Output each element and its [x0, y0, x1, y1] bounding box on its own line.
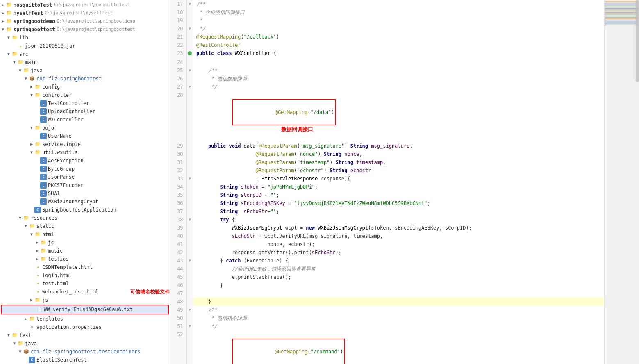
folder-static[interactable]: ▼ 📁 static [0, 222, 170, 230]
folder-java[interactable]: ▼ 📁 java [0, 66, 170, 75]
file-csdntemplate[interactable]: 🔸 CSDNTemplate.html [0, 263, 170, 271]
folder-service[interactable]: ▶ 📁 service.imple [0, 140, 170, 148]
project-myselftest[interactable]: ▶ 📁 myselfTest C:\javaproject\myselfTest [0, 9, 170, 17]
fold-gutter [186, 265, 193, 273]
folder-main[interactable]: ▼ 📁 main [0, 58, 170, 66]
file-login[interactable]: 🔸 login.html [0, 271, 170, 280]
folder-pojo[interactable]: ▼ 📁 pojo [0, 124, 170, 132]
collapse-arrow[interactable]: ▶ [29, 296, 34, 304]
fold-gutter[interactable]: ▼ [186, 216, 193, 224]
collapse-arrow[interactable]: ▼ [29, 91, 34, 99]
file-testcontroller[interactable]: C TestController [0, 99, 170, 107]
collapse-arrow[interactable]: ▶ [34, 247, 40, 255]
code-line-31: 31 @RequestParam("timestamp") String tim… [170, 158, 604, 166]
fold-gutter[interactable]: ▼ [186, 83, 193, 91]
fold-gutter[interactable]: ▼ [186, 322, 193, 330]
folder-icon: 📁 [17, 340, 24, 347]
file-uploadcontroller[interactable]: C UploadController [0, 107, 170, 116]
folder-music[interactable]: ▶ 📁 music [0, 247, 170, 255]
collapse-arrow[interactable]: ▼ [11, 340, 17, 347]
file-username[interactable]: C UserName [0, 132, 170, 140]
fold-gutter[interactable]: ▼ [186, 257, 193, 265]
collapse-arrow[interactable]: ▼ [6, 34, 11, 41]
collapse-arrow[interactable]: ▼ [6, 332, 11, 339]
folder-testios[interactable]: ▶ 📁 testios [0, 255, 170, 263]
collapse-arrow[interactable]: ▼ [17, 67, 23, 74]
fold-gutter [186, 273, 193, 281]
file-pkcs7[interactable]: C PKCS7Encoder [0, 181, 170, 189]
file-bytegroup[interactable]: C ByteGroup [0, 165, 170, 173]
code-table: 17 ▼ /** 18 * 企业微信回调接口 19 * [170, 0, 604, 364]
fold-gutter[interactable]: ▼ [186, 25, 193, 33]
collapse-arrow[interactable]: ▶ [0, 1, 6, 9]
line-content: WXBizJsonMsgCrypt wcpt = new WXBizJsonMs… [193, 224, 604, 232]
collapse-arrow[interactable]: ▼ [23, 223, 29, 230]
file-application-props[interactable]: ⚙ application.properties [0, 323, 170, 331]
folder-src[interactable]: ▼ 📁 src [0, 50, 170, 58]
folder-icon: 📁 [40, 248, 47, 254]
code-line-19: 19 * [170, 16, 604, 25]
line-number: 21 [170, 33, 186, 41]
folder-js-html[interactable]: ▶ 📁 js [0, 239, 170, 247]
collapse-arrow[interactable]: ▼ [17, 214, 23, 222]
folder-controller[interactable]: ▼ 📁 controller [0, 91, 170, 99]
folder-label: java [25, 340, 37, 347]
folder-resources[interactable]: ▼ 📁 resources [0, 214, 170, 222]
code-content[interactable]: 17 ▼ /** 18 * 企业微信回调接口 19 * [170, 0, 604, 364]
code-line-45: 45 e.printStackTrace(); [170, 273, 604, 281]
folder-js-static[interactable]: ▶ 📁 js [0, 296, 170, 304]
folder-test-java[interactable]: ▼ 📁 java [0, 339, 170, 348]
folder-templates[interactable]: ▶ 📁 templates [0, 315, 170, 323]
file-ww-verify[interactable]: 📄 WW_verify_EnLs4ADgscGeCauA.txt [1, 305, 169, 314]
package-testcontainers[interactable]: ▼ 📦 com.flz.springboottest.testContainer… [0, 348, 170, 356]
fold-gutter[interactable]: ▼ [186, 175, 193, 183]
file-elasticsearch[interactable]: C ElasticSearchTest [0, 356, 170, 364]
line-number: 29 [170, 142, 186, 150]
collapse-arrow[interactable]: ▼ [29, 149, 34, 156]
scroll-thumb[interactable] [636, 0, 639, 82]
file-springbootapp[interactable]: C SpringbootTestApplication [0, 206, 170, 214]
folder-config[interactable]: ▶ 📁 config [0, 83, 170, 91]
collapse-arrow[interactable]: ▼ [6, 50, 11, 58]
collapse-arrow[interactable]: ▶ [29, 83, 34, 91]
project-springboottest[interactable]: ▼ 📁 springboottest C:\javaproject\spring… [0, 25, 170, 34]
file-test-html[interactable]: 🔸 test.html [0, 280, 170, 288]
fold-gutter [186, 33, 193, 41]
collapse-arrow[interactable]: ▶ [0, 9, 6, 17]
collapse-arrow[interactable]: ▶ [23, 315, 29, 323]
file-websocket[interactable]: 🔸 websocket_test.html [0, 288, 129, 296]
fold-gutter[interactable]: ▼ [186, 306, 193, 314]
file-wxcontroller[interactable]: C WXController [0, 116, 170, 124]
collapse-arrow[interactable]: ▶ [29, 141, 34, 148]
collapse-arrow[interactable]: ▼ [11, 59, 17, 66]
collapse-arrow[interactable]: ▶ [34, 239, 40, 246]
folder-util[interactable]: ▼ 📁 util.wxutils [0, 148, 170, 157]
collapse-arrow[interactable]: ▶ [34, 255, 40, 263]
project-springbootdemo[interactable]: ▶ 📁 springbootdemo C:\javaproject\spring… [0, 17, 170, 25]
line-number: 19 [170, 16, 186, 25]
collapse-arrow[interactable]: ▶ [0, 18, 6, 25]
file-aesexception[interactable]: C AesException [0, 157, 170, 165]
folder-icon: 📁 [6, 18, 12, 25]
folder-lib[interactable]: ▼ 📁 lib [0, 34, 170, 42]
line-content: } [193, 298, 604, 306]
collapse-arrow[interactable]: ▼ [17, 348, 23, 355]
folder-test[interactable]: ▼ 📁 test [0, 331, 170, 339]
project-mosquittotest[interactable]: ▶ 📁 mosquittoTest C:\javaproject\mosquit… [0, 1, 170, 9]
collapse-arrow[interactable]: ▼ [29, 124, 34, 132]
fold-gutter[interactable]: ▼ [186, 0, 193, 8]
file-wxbizjson[interactable]: C WXBizJsonMsgCrypt [0, 198, 170, 206]
fold-gutter[interactable]: ▼ [186, 66, 193, 75]
collapse-arrow[interactable]: ▼ [0, 26, 6, 33]
file-jsonparse[interactable]: C JsonParse [0, 173, 170, 181]
folder-html[interactable]: ▼ 📁 html [0, 230, 170, 239]
minimap-scrollbar[interactable] [604, 0, 639, 364]
code-line-39: 39 WXBizJsonMsgCrypt wcpt = new WXBizJso… [170, 224, 604, 232]
collapse-arrow[interactable]: ▼ [23, 75, 29, 82]
collapse-arrow[interactable]: ▼ [29, 231, 34, 238]
file-sha1[interactable]: C SHA1 [0, 189, 170, 198]
file-label: CSDNTemplate.html [42, 264, 93, 271]
file-jar[interactable]: ☕ json-20200518.jar [0, 42, 170, 50]
line-content: */ [193, 322, 604, 330]
package-com-flz[interactable]: ▼ 📦 com.flz.springboottest [0, 75, 170, 83]
